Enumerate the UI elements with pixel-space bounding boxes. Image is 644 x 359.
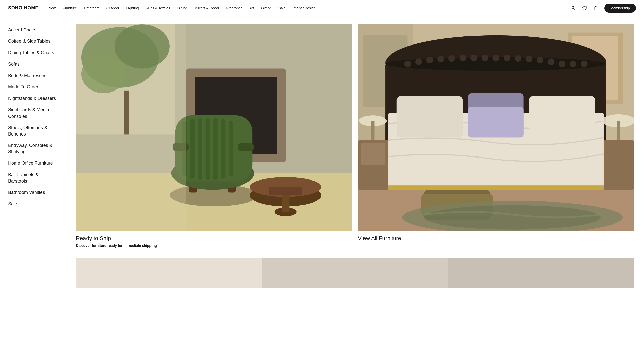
nav-item-gifting[interactable]: Gifting (261, 6, 271, 10)
svg-rect-20 (206, 118, 210, 180)
svg-rect-25 (238, 143, 254, 151)
bag-icon (593, 5, 599, 11)
ready-to-ship-illustration (76, 24, 352, 231)
svg-point-47 (448, 55, 455, 62)
sidebar-item-bathroom-vanities[interactable]: Bathroom Vanities (8, 187, 57, 198)
svg-point-52 (504, 55, 510, 61)
svg-rect-28 (269, 187, 302, 195)
nav-item-outdoor[interactable]: Outdoor (106, 6, 119, 10)
sidebar-item-bar-cabinets[interactable]: Bar Cabinets & Barstools (8, 169, 57, 187)
sidebar-item-sale[interactable]: Sale (8, 198, 57, 210)
sidebar-item-stools-ottomans[interactable]: Stools, Ottomans & Benches (8, 122, 57, 140)
svg-point-44 (415, 58, 422, 65)
svg-rect-62 (397, 96, 463, 138)
main-nav: New Furniture Bathroom Outdoor Lighting … (49, 6, 564, 10)
svg-point-45 (426, 57, 433, 63)
featured-cards-grid: Ready to Ship Discover furniture ready f… (76, 24, 634, 248)
nav-item-fragrance[interactable]: Fragrance (226, 6, 242, 10)
svg-point-49 (470, 55, 477, 61)
sidebar-item-sideboards-media[interactable]: Sideboards & Media Consoles (8, 104, 57, 122)
sidebar-item-sofas[interactable]: Sofas (8, 59, 57, 70)
cart-button[interactable] (593, 5, 600, 12)
main-content: Accent Chairs Coffee & Side Tables Dinin… (0, 16, 644, 359)
nav-item-lighting[interactable]: Lighting (126, 6, 139, 10)
svg-point-53 (515, 55, 521, 62)
svg-point-55 (537, 57, 543, 63)
svg-rect-30 (282, 195, 290, 212)
ready-to-ship-subtitle: Discover furniture ready for immediate s… (76, 244, 352, 248)
bottom-strip (76, 258, 634, 288)
svg-point-43 (404, 61, 411, 67)
nav-item-rugs[interactable]: Rugs & Textiles (146, 6, 170, 10)
svg-rect-64 (529, 96, 595, 138)
nav-item-new[interactable]: New (49, 6, 56, 10)
svg-rect-18 (190, 119, 195, 179)
svg-rect-1 (594, 7, 598, 10)
ready-to-ship-image (76, 24, 352, 231)
nav-item-art[interactable]: Art (249, 6, 254, 10)
svg-rect-65 (468, 107, 523, 137)
bottom-strip-item-2[interactable] (262, 258, 448, 288)
svg-point-51 (492, 55, 499, 61)
svg-point-50 (482, 55, 488, 61)
view-all-furniture-image (358, 24, 634, 231)
svg-rect-69 (361, 143, 385, 165)
svg-rect-21 (213, 118, 218, 180)
ready-to-ship-title: Ready to Ship (76, 235, 352, 242)
ready-to-ship-card[interactable]: Ready to Ship Discover furniture ready f… (76, 24, 352, 248)
sidebar-item-home-office[interactable]: Home Office Furniture (8, 158, 57, 169)
account-button[interactable] (569, 5, 576, 12)
svg-rect-61 (388, 185, 604, 190)
brand-logo[interactable]: SOHO HOME (8, 5, 38, 11)
svg-rect-76 (617, 121, 620, 140)
nav-item-bathroom[interactable]: Bathroom (84, 6, 99, 10)
svg-point-48 (459, 55, 466, 61)
sidebar-item-nightstands-dressers[interactable]: Nightstands & Dressers (8, 93, 57, 104)
sidebar-item-coffee-side-tables[interactable]: Coffee & Side Tables (8, 36, 57, 47)
sidebar-item-made-to-order[interactable]: Made To Order (8, 81, 57, 93)
svg-point-59 (581, 61, 588, 67)
svg-point-57 (559, 61, 565, 67)
nav-item-sale[interactable]: Sale (278, 6, 286, 10)
nav-item-mirrors[interactable]: Mirrors & Decor (194, 6, 219, 10)
heart-icon (582, 5, 587, 11)
sidebar-item-entryway-consoles[interactable]: Entryway, Consoles & Shelving (8, 140, 57, 158)
wishlist-button[interactable] (581, 5, 588, 12)
sidebar-item-beds-mattresses[interactable]: Beds & Mattresses (8, 70, 57, 81)
sidebar-item-accent-chairs[interactable]: Accent Chairs (8, 24, 57, 36)
svg-rect-23 (229, 121, 233, 176)
nav-item-dining[interactable]: Dining (177, 6, 187, 10)
bottom-strip-item-3[interactable] (448, 258, 634, 288)
nav-item-interior-design[interactable]: Interior Design (293, 6, 316, 10)
svg-rect-22 (221, 119, 225, 179)
svg-point-58 (570, 61, 576, 67)
svg-point-56 (548, 58, 554, 65)
content-area: Ready to Ship Discover furniture ready f… (66, 16, 644, 359)
view-all-title: View All Furniture (358, 235, 634, 242)
bottom-strip-item-1[interactable] (76, 258, 262, 288)
svg-point-46 (437, 56, 444, 62)
nav-item-furniture[interactable]: Furniture (63, 6, 77, 10)
view-all-furniture-card[interactable]: View All Furniture (358, 24, 634, 248)
sidebar-item-dining-tables-chairs[interactable]: Dining Tables & Chairs (8, 47, 57, 58)
header: SOHO HOME New Furniture Bathroom Outdoor… (0, 0, 644, 16)
svg-rect-31 (76, 24, 186, 231)
view-all-illustration (358, 24, 634, 231)
header-actions: Membership (569, 4, 636, 13)
svg-rect-19 (198, 118, 202, 180)
furniture-sidebar: Accent Chairs Coffee & Side Tables Dinin… (0, 16, 66, 359)
svg-rect-73 (604, 140, 634, 190)
svg-point-0 (572, 6, 574, 8)
membership-button[interactable]: Membership (604, 4, 636, 13)
svg-rect-72 (371, 121, 374, 140)
account-icon (570, 5, 576, 11)
svg-point-54 (526, 56, 532, 62)
